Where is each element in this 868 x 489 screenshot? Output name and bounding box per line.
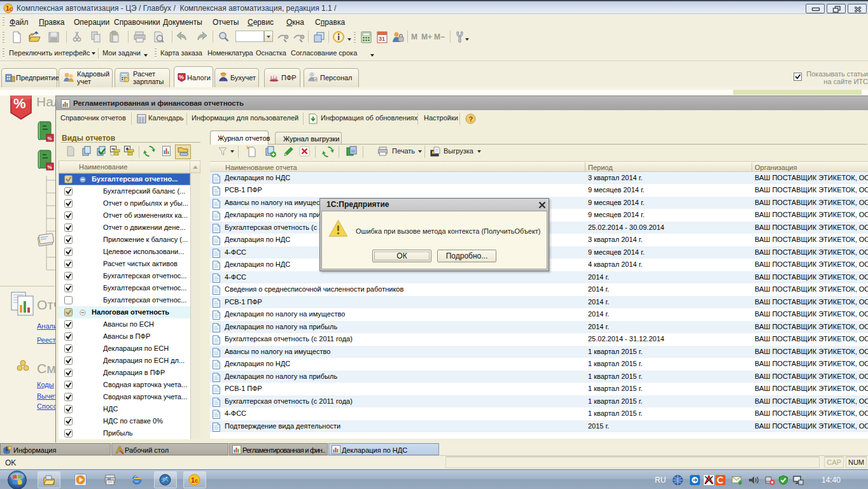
svg-text:%: %: [48, 136, 52, 141]
svg-text:ПФР: ПФР: [270, 74, 278, 78]
svg-text:%: %: [13, 96, 26, 111]
svg-text:1с: 1с: [191, 476, 198, 484]
svg-text:%: %: [48, 164, 52, 170]
svg-text:%: %: [179, 74, 184, 80]
svg-text:31: 31: [379, 36, 385, 42]
svg-text:1C: 1C: [6, 5, 13, 12]
svg-text:?: ?: [469, 115, 473, 123]
